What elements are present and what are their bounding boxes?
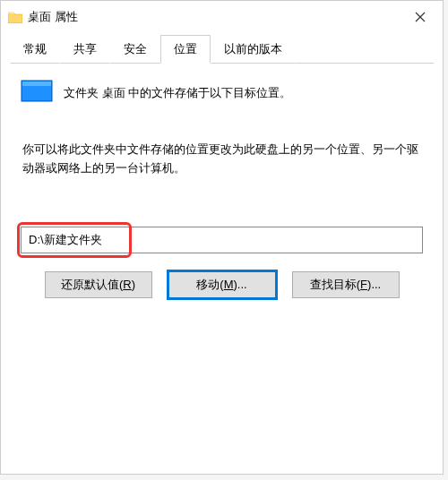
- tab-label: 以前的版本: [224, 42, 282, 56]
- close-icon: [415, 12, 426, 22]
- tab-label: 共享: [73, 42, 97, 56]
- tab-label: 常规: [23, 42, 47, 56]
- tab-sharing[interactable]: 共享: [60, 35, 110, 64]
- description-text: 你可以将此文件夹中文件存储的位置更改为此硬盘上的另一个位置、另一个驱动器或网络上…: [21, 141, 423, 178]
- tab-previous-versions[interactable]: 以前的版本: [211, 35, 296, 64]
- path-field-wrapper: [21, 227, 423, 253]
- svg-rect-2: [22, 81, 51, 86]
- tab-location[interactable]: 位置: [160, 35, 211, 64]
- intro-row: 文件夹 桌面 中的文件存储于以下目标位置。: [21, 80, 423, 107]
- tab-general[interactable]: 常规: [10, 35, 60, 64]
- move-button[interactable]: 移动(M)...: [168, 271, 276, 298]
- find-target-button[interactable]: 查找目标(F)...: [292, 271, 400, 298]
- desktop-icon: [21, 80, 53, 107]
- tab-security[interactable]: 安全: [110, 35, 160, 64]
- folder-icon: [8, 11, 22, 23]
- tab-label: 位置: [174, 42, 197, 56]
- button-row: 还原默认值(R) 移动(M)... 查找目标(F)...: [21, 271, 423, 298]
- intro-text: 文件夹 桌面 中的文件存储于以下目标位置。: [64, 85, 291, 101]
- window-title: 桌面 属性: [28, 9, 400, 25]
- tab-label: 安全: [124, 42, 147, 56]
- tabstrip-filler: [296, 35, 434, 64]
- tabstrip: 常规 共享 安全 位置 以前的版本: [1, 35, 443, 64]
- path-input[interactable]: [21, 227, 423, 253]
- titlebar: 桌面 属性: [1, 1, 443, 33]
- close-button[interactable]: [400, 3, 441, 31]
- button-label: 查找目标(F)...: [310, 277, 381, 293]
- button-label: 移动(M)...: [196, 277, 246, 293]
- restore-default-button[interactable]: 还原默认值(R): [45, 271, 152, 298]
- button-label: 还原默认值(R): [61, 277, 135, 293]
- properties-dialog: 桌面 属性 常规 共享 安全 位置 以前的版本 文件夹 桌面 中的文件存储于以下…: [0, 0, 444, 475]
- tab-content-location: 文件夹 桌面 中的文件存储于以下目标位置。 你可以将此文件夹中文件存储的位置更改…: [1, 64, 443, 314]
